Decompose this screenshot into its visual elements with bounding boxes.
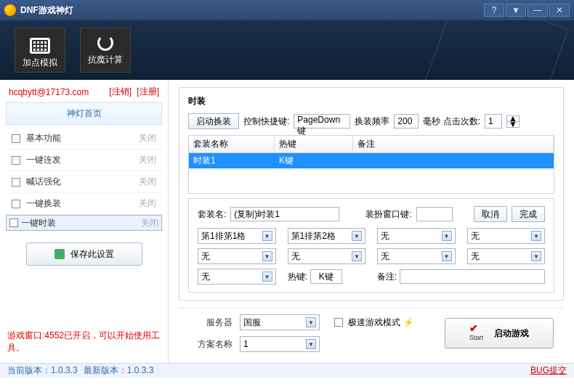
ms-label: 毫秒 点击次数:	[423, 115, 480, 128]
latest-version: 最新版本：1.0.3.3	[84, 364, 154, 377]
checkbox[interactable]	[12, 156, 20, 165]
chevron-down-icon: ▼	[442, 251, 452, 261]
plan-select[interactable]: 1▼	[240, 336, 320, 352]
bolt-icon: ⚡	[403, 317, 414, 327]
cancel-button[interactable]: 取消	[474, 206, 507, 222]
slot-select-8[interactable]: 无▼	[467, 248, 546, 264]
chevron-down-icon: ▼	[306, 339, 316, 349]
spinner-icon[interactable]: ▲▼	[506, 115, 520, 128]
table-header: 套装名称 热键 备注	[189, 136, 554, 153]
swap-freq-label: 换装频率	[355, 115, 389, 128]
toolbar: 加点模拟 抗魔计算	[0, 20, 574, 80]
section-label: 时装	[188, 95, 554, 107]
toolbtn-label: 抗魔计算	[88, 54, 123, 66]
calculator-icon	[30, 38, 50, 54]
click-count-input[interactable]	[485, 114, 502, 128]
dropdown-button[interactable]: ▼	[506, 4, 526, 17]
chevron-down-icon: ▼	[442, 231, 452, 241]
chevron-down-icon: ▼	[262, 231, 272, 241]
start-swap-button[interactable]: 启动换装	[188, 113, 239, 129]
save-settings-button[interactable]: 保存此设置	[26, 242, 142, 266]
start-game-button[interactable]: 启动游戏	[445, 318, 554, 348]
slot-select-6[interactable]: 无▼	[288, 248, 366, 264]
nav-item-burst[interactable]: 一键连发 关闭	[6, 150, 162, 171]
nav-status: 关闭	[139, 154, 156, 166]
col-set-name: 套装名称	[189, 136, 275, 152]
bottom-bar: 服务器 国服▼ 极速游戏模式 ⚡ 启动游戏 方案名称 1▼	[179, 308, 564, 358]
checkbox[interactable]	[12, 200, 20, 208]
remark-input[interactable]	[400, 269, 545, 284]
control-row: 启动换装 控制快捷键: PageDown键 换装频率 毫秒 点击次数: ▲▼	[188, 113, 554, 129]
ctrl-hotkey-value[interactable]: PageDown键	[294, 114, 350, 128]
checkbox[interactable]	[12, 134, 20, 143]
sidebar: hcqbytt@17173.com [注销] [注册] 神灯首页 基本功能 关闭…	[0, 80, 169, 363]
content: 时装 启动换装 控制快捷键: PageDown键 换装频率 毫秒 点击次数: ▲…	[169, 80, 574, 363]
account-row: hcqbytt@17173.com [注销] [注册]	[6, 84, 162, 102]
status-bar: 当前版本：1.0.3.3 最新版本：1.0.3.3 BUG提交	[0, 363, 574, 377]
slot-select-4[interactable]: 无▼	[467, 228, 546, 244]
server-select[interactable]: 国服▼	[240, 314, 320, 330]
slot-select-3[interactable]: 无▼	[377, 228, 456, 244]
nav-item-fashion[interactable]: 一键时装 关闭	[6, 215, 162, 231]
table-empty-area	[189, 168, 554, 193]
remark-cell: 备注:	[377, 269, 545, 285]
hotkey-cell: 热键:	[288, 269, 366, 285]
remark-label: 备注:	[377, 271, 397, 283]
chevron-down-icon: ▼	[262, 251, 272, 261]
app-icon	[4, 4, 16, 16]
hotkey-input[interactable]	[310, 269, 342, 284]
checkbox[interactable]	[12, 178, 20, 187]
set-name-input[interactable]	[230, 207, 339, 221]
account-links: [注销] [注册]	[106, 86, 159, 98]
cell-hotkey: K键	[275, 153, 353, 168]
col-remark: 备注	[353, 136, 554, 152]
fast-mode-wrap: 极速游戏模式 ⚡	[334, 317, 437, 329]
chevron-down-icon: ▼	[531, 251, 541, 261]
dress-window-label: 装扮窗口键:	[365, 208, 411, 221]
cell-remark	[353, 153, 554, 168]
cell-set-name: 时装1	[189, 153, 275, 168]
nav-item-basic[interactable]: 基本功能 关闭	[6, 128, 162, 150]
fashion-group: 时装 启动换装 控制快捷键: PageDown键 换装频率 毫秒 点击次数: ▲…	[179, 87, 564, 301]
nav-label: 一键连发	[26, 154, 133, 166]
swap-freq-input[interactable]	[394, 114, 419, 128]
point-sim-button[interactable]: 加点模拟	[15, 28, 65, 73]
set-table: 套装名称 热键 备注 时装1 K键	[188, 135, 554, 194]
checkbox[interactable]	[9, 219, 18, 227]
nav-status: 关闭	[139, 176, 156, 188]
bug-report-link[interactable]: BUG提交	[530, 364, 567, 377]
minimize-button[interactable]: —	[527, 4, 548, 17]
resist-calc-button[interactable]: 抗魔计算	[80, 28, 131, 73]
slot-select-5[interactable]: 无▼	[198, 248, 276, 264]
register-link[interactable]: [注册]	[137, 86, 159, 97]
chevron-down-icon: ▼	[306, 317, 316, 327]
hotkey-label: 热键:	[288, 271, 307, 283]
nav-status: 关闭	[139, 197, 156, 210]
slot-select-7[interactable]: 无▼	[377, 248, 456, 264]
save-label: 保存此设置	[70, 248, 114, 261]
slot-select-1[interactable]: 第1排第1格▼	[198, 228, 276, 244]
finish-button[interactable]: 完成	[512, 206, 545, 222]
dress-window-input[interactable]	[416, 207, 453, 221]
nav-item-swap[interactable]: 一键换装 关闭	[6, 193, 162, 215]
titlebar: DNF游戏神灯 ? ▼ — ✕	[0, 0, 574, 20]
username: hcqbytt@17173.com	[9, 87, 89, 97]
col-hotkey: 热键	[275, 136, 353, 152]
slot-select-2[interactable]: 第1排第2格▼	[288, 228, 366, 244]
nav-item-shout[interactable]: 喊话强化 关闭	[6, 171, 162, 193]
nav-header[interactable]: 神灯首页	[6, 102, 162, 125]
toolbtn-label: 加点模拟	[23, 57, 57, 69]
logout-link[interactable]: [注销]	[109, 86, 132, 97]
slot-select-9[interactable]: 无▼	[198, 269, 276, 285]
table-row[interactable]: 时装1 K键	[189, 153, 554, 168]
close-button[interactable]: ✕	[549, 4, 570, 17]
game-window-message: 游戏窗口:4552已开启，可以开始使用工具。	[6, 327, 162, 357]
server-label: 服务器	[189, 317, 233, 329]
help-button[interactable]: ?	[484, 4, 504, 17]
reload-icon	[97, 35, 113, 51]
current-version: 当前版本：1.0.3.3	[7, 364, 78, 377]
nav-status: 关闭	[139, 132, 156, 144]
nav-label: 喊话强化	[26, 176, 133, 188]
nav-status: 关闭	[141, 217, 158, 229]
fast-mode-checkbox[interactable]	[334, 318, 343, 327]
